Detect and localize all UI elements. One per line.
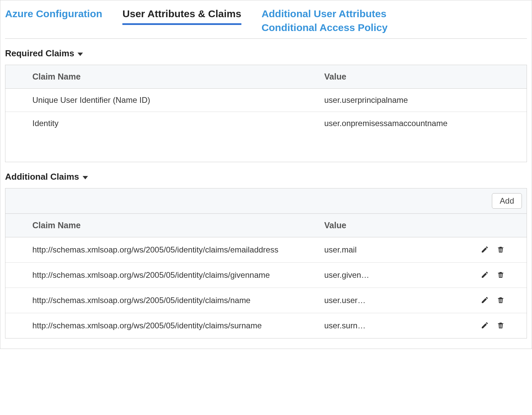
col-value: Value <box>297 65 527 89</box>
claim-value-cell: user.onpremisessamaccountname <box>297 112 527 135</box>
trash-icon[interactable] <box>495 244 506 255</box>
claim-name-cell: http://schemas.xmlsoap.org/ws/2005/05/id… <box>5 237 297 263</box>
edit-icon[interactable] <box>479 295 490 305</box>
table-row: http://schemas.xmlsoap.org/ws/2005/05/id… <box>5 313 527 338</box>
table-row: http://schemas.xmlsoap.org/ws/2005/05/id… <box>5 237 527 263</box>
tab-bar: Azure Configuration User Attributes & Cl… <box>5 0 527 39</box>
col-value: Value <box>297 214 479 237</box>
col-claim-name: Claim Name <box>5 214 297 237</box>
additional-claims-table: Claim Name Value http://schemas.xmlsoap.… <box>5 214 527 338</box>
col-claim-name: Claim Name <box>5 65 297 89</box>
edit-icon[interactable] <box>479 244 490 255</box>
claim-value-cell: user.userprincipalname <box>297 89 527 112</box>
claim-value-cell: user.user… <box>297 288 479 313</box>
caret-down-icon <box>78 53 83 56</box>
tab-conditional-access-policy-label: Conditional Access Policy <box>262 21 388 35</box>
claim-name-cell: http://schemas.xmlsoap.org/ws/2005/05/id… <box>5 288 297 313</box>
required-claims-title: Required Claims <box>5 48 74 59</box>
trash-icon[interactable] <box>495 295 506 305</box>
additional-claims-toggle[interactable]: Additional Claims <box>5 172 527 182</box>
additional-claims-title: Additional Claims <box>5 172 79 182</box>
table-row: Identity user.onpremisessamaccountname <box>5 112 527 135</box>
claim-name-cell: Identity <box>5 112 297 135</box>
claim-name-cell: Unique User Identifier (Name ID) <box>5 89 297 112</box>
claim-value-cell: user.surn… <box>297 313 479 338</box>
trash-icon[interactable] <box>495 320 506 331</box>
edit-icon[interactable] <box>479 320 490 331</box>
edit-icon[interactable] <box>479 269 490 280</box>
caret-down-icon <box>83 176 88 179</box>
table-row: Unique User Identifier (Name ID) user.us… <box>5 89 527 112</box>
required-claims-table: Claim Name Value Unique User Identifier … <box>5 65 527 135</box>
tab-additional-user-attributes-label: Additional User Attributes <box>262 7 388 21</box>
add-button[interactable]: Add <box>492 193 522 209</box>
trash-icon[interactable] <box>495 269 506 280</box>
tab-azure-configuration[interactable]: Azure Configuration <box>5 7 102 25</box>
additional-claims-panel: Add Claim Name Value http://schemas.xmls… <box>5 188 527 338</box>
tab-user-attributes-claims[interactable]: User Attributes & Claims <box>122 7 241 25</box>
claim-value-cell: user.given… <box>297 263 479 288</box>
table-row: http://schemas.xmlsoap.org/ws/2005/05/id… <box>5 288 527 313</box>
required-claims-panel: Claim Name Value Unique User Identifier … <box>5 65 527 162</box>
tab-additional-conditional[interactable]: Additional User Attributes Conditional A… <box>262 7 388 38</box>
claim-name-cell: http://schemas.xmlsoap.org/ws/2005/05/id… <box>5 313 297 338</box>
claim-name-cell: http://schemas.xmlsoap.org/ws/2005/05/id… <box>5 263 297 288</box>
required-claims-toggle[interactable]: Required Claims <box>5 48 527 59</box>
claim-value-cell: user.mail <box>297 237 479 263</box>
additional-claims-toolbar: Add <box>5 188 527 214</box>
table-row: http://schemas.xmlsoap.org/ws/2005/05/id… <box>5 263 527 288</box>
